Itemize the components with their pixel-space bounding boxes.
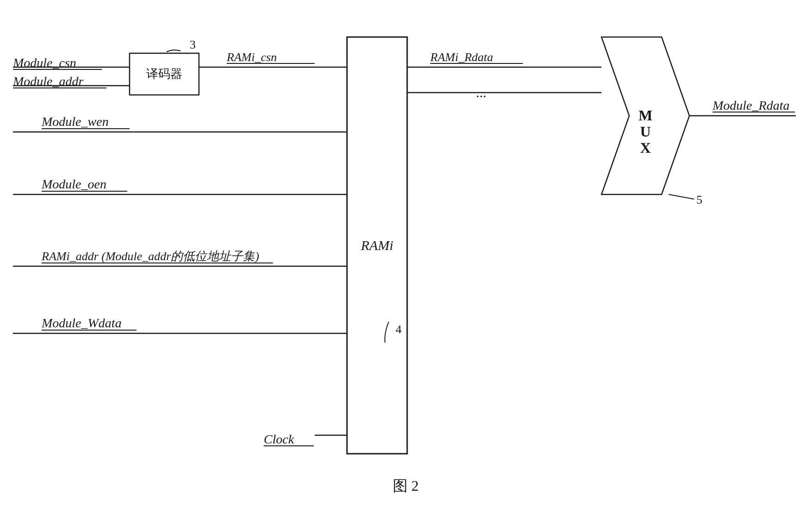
rami-addr-text: RAMi_addr (Module_addr的低位地址子集) (41, 250, 259, 263)
module-csn-label: Module_csn (12, 56, 76, 70)
module-addr-label: Module_addr (12, 74, 84, 88)
module-rdata-text: Module_Rdata (712, 98, 789, 113)
clock-text: Clock (264, 432, 294, 446)
mux-label-line (669, 194, 694, 199)
rami-rdata-text: RAMi_Rdata (430, 50, 493, 64)
decoder-text: 译码器 (146, 67, 182, 81)
mux-text-u: U (640, 123, 651, 140)
mux-label: 5 (696, 193, 702, 206)
diagram-container: Module_csn Module_addr 译码器 3 RAMi 4 RAMi… (0, 0, 812, 519)
decoder-bracket (167, 50, 180, 52)
figure-caption: 图 2 (393, 477, 419, 494)
module-wdata-text: Module_Wdata (41, 316, 122, 330)
mux-text-x: X (640, 139, 651, 156)
mux-text-m: M (638, 107, 652, 124)
rami-text: RAMi (360, 238, 393, 253)
rami-label: 4 (396, 323, 402, 336)
module-oen-text: Module_oen (41, 177, 106, 191)
decoder-label: 3 (190, 38, 196, 51)
module-wen-text: Module_wen (41, 114, 109, 129)
rami-csn-text: RAMi_csn (226, 50, 277, 64)
